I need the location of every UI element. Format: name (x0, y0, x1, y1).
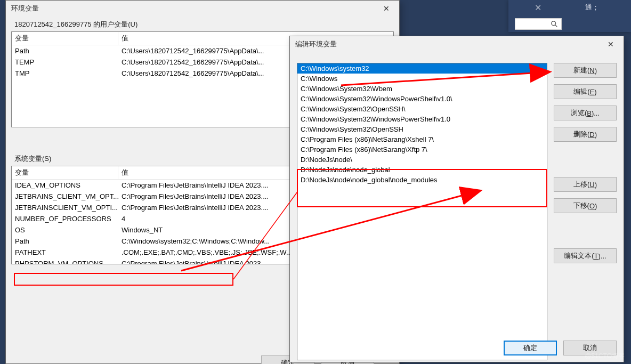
background-text: 通； (585, 3, 599, 12)
background-close-icon[interactable]: ✕ (535, 3, 541, 13)
var-name: OS (12, 224, 118, 236)
edit-titlebar: 编辑环境变量 ✕ (290, 36, 624, 52)
var-name: JETBRAINS_CLIENT_VM_OPT... (12, 191, 118, 202)
search-icon (551, 20, 558, 28)
user-vars-label: 1820712542_166299775 的用户变量(U) (14, 20, 394, 29)
watermark: @51CTO博客 (585, 352, 625, 361)
list-item[interactable]: C:\Program Files (x86)\NetSarang\Xftp 7\ (297, 144, 547, 155)
var-name: Path (12, 45, 118, 56)
env-titlebar: 环境变量 ✕ (6, 1, 399, 17)
col-header-var[interactable]: 变量 (12, 32, 118, 45)
var-name: TMP (12, 68, 118, 79)
path-list[interactable]: C:\Windows\system32C:\WindowsC:\Windows\… (297, 63, 547, 360)
list-item[interactable]: C:\Windows (297, 74, 547, 84)
list-item[interactable]: C:\Windows\system32 (297, 63, 547, 74)
edit-title: 编辑环境变量 (295, 39, 337, 49)
svg-point-0 (552, 21, 556, 26)
list-item[interactable]: C:\Windows\System32\WindowsPowerShell\v1… (297, 94, 547, 104)
list-item[interactable]: C:\Windows\System32\OpenSSH (297, 124, 547, 134)
list-item[interactable]: C:\Windows\System32\Wbem (297, 84, 547, 94)
var-name: PHPSTORM_VM_OPTIONS (12, 258, 118, 264)
var-name: PATHEXT (12, 247, 118, 258)
var-name: Path (12, 236, 118, 247)
ok-button[interactable]: 确定 (504, 341, 557, 355)
svg-line-1 (555, 25, 557, 27)
var-name: NUMBER_OF_PROCESSORS (12, 213, 118, 224)
background-search-box[interactable] (515, 18, 562, 30)
browse-button[interactable]: 浏览(B)... (554, 106, 617, 120)
edit-text-button[interactable]: 编辑文本(T)... (554, 248, 617, 263)
var-name: IDEA_VM_OPTIONS (12, 180, 118, 191)
new-button[interactable]: 新建(N) (554, 63, 617, 78)
edit-environment-variable-dialog: 编辑环境变量 ✕ C:\Windows\system32C:\WindowsC:… (289, 36, 624, 362)
list-item[interactable]: D:\NodeJs\node\ (297, 155, 547, 165)
list-item[interactable]: C:\Program Files (x86)\NetSarang\Xshell … (297, 134, 547, 144)
list-item[interactable]: C:\Windows\System32\OpenSSH\ (297, 104, 547, 114)
col-header-var[interactable]: 变量 (12, 166, 118, 179)
list-item[interactable]: D:\NodeJs\node\node_global\node_modules (297, 175, 547, 185)
move-down-button[interactable]: 下移(O) (554, 198, 617, 213)
close-icon[interactable]: ✕ (603, 38, 618, 51)
list-item[interactable]: C:\Windows\System32\WindowsPowerShell\v1… (297, 114, 547, 124)
background-app-bar: ✕ 通； (508, 0, 631, 32)
move-up-button[interactable]: 上移(U) (554, 177, 617, 192)
var-name: JETBRAINSCLIENT_VM_OPTI... (12, 202, 118, 213)
edit-button[interactable]: 编辑(E) (554, 84, 617, 99)
delete-button[interactable]: 删除(D) (554, 127, 617, 142)
var-name: TEMP (12, 56, 118, 68)
env-title: 环境变量 (11, 4, 39, 13)
list-item[interactable]: D:\NodeJs\node\node_global (297, 165, 547, 175)
close-icon[interactable]: ✕ (379, 2, 394, 15)
